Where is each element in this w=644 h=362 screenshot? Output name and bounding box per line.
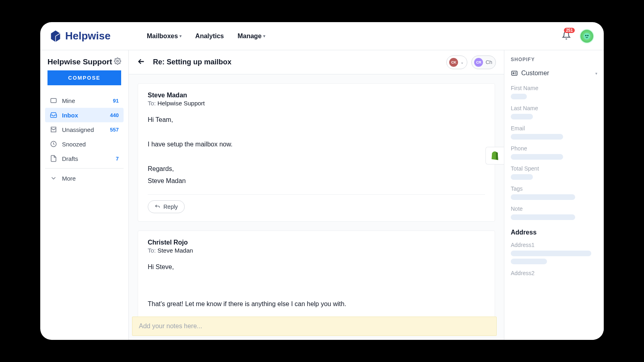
- sidebar-item-label: Unassigned: [62, 126, 94, 133]
- field-label-email: Email: [511, 125, 597, 132]
- topnav-items: Mailboxes ▾ Analytics Manage ▾: [147, 33, 265, 40]
- sidebar-item-count: 440: [110, 112, 119, 118]
- nav-analytics-label: Analytics: [195, 33, 224, 40]
- field-label-address2: Address2: [511, 270, 597, 276]
- to-value: Helpwise Support: [157, 100, 205, 107]
- message-from: Steve Madan: [148, 92, 485, 99]
- to-label: To:: [148, 247, 156, 254]
- sidebar-item-drafts[interactable]: Drafts 7: [45, 151, 124, 166]
- sidebar-item-unassigned[interactable]: Unassigned 557: [45, 122, 124, 137]
- field-skeleton: [511, 251, 591, 256]
- assignees: CK ⌄ CR Ch: [446, 56, 496, 69]
- back-button[interactable]: [137, 57, 146, 68]
- to-label: To:: [148, 100, 156, 107]
- avatar[interactable]: [580, 29, 594, 43]
- chevron-down-icon: ▾: [180, 34, 182, 38]
- message-card: Christel Rojo To: Steve Madan Hi Steve, …: [138, 230, 495, 317]
- chevron-down-icon: ⌄: [460, 60, 464, 64]
- nav-manage-label: Manage: [237, 33, 262, 40]
- notifications-button[interactable]: 251: [562, 31, 571, 41]
- svg-point-1: [585, 35, 586, 36]
- message-to: To: Steve Madan: [148, 247, 485, 254]
- notes-input[interactable]: Add your notes here...: [132, 317, 497, 336]
- shopify-panel: SHOPIFY Customer ▾ First Name Last Name …: [504, 50, 604, 340]
- notes-placeholder: Add your notes here...: [139, 323, 202, 329]
- field-label-total-spent: Total Spent: [511, 165, 597, 172]
- sidebar-item-label: Snoozed: [62, 141, 86, 148]
- field-skeleton: [511, 214, 575, 220]
- field-label-first-name: First Name: [511, 85, 597, 91]
- thread-column: Re: Setting up mailbox CK ⌄ CR Ch Steve …: [129, 50, 504, 340]
- reply-button[interactable]: Reply: [148, 200, 185, 213]
- assignee-name-partial: Ch: [485, 59, 492, 65]
- reply-label: Reply: [163, 204, 178, 210]
- sidebar-item-snoozed[interactable]: Snoozed: [45, 137, 124, 151]
- thread-body: Steve Madan To: Helpwise Support Hi Team…: [129, 74, 504, 317]
- sidebar-item-label: Drafts: [62, 155, 78, 162]
- sidebar-item-label: Mine: [62, 97, 75, 104]
- field-label-address1: Address1: [511, 242, 597, 248]
- body-row: Helpwise Support Compose Mine 91 Inbox 4…: [40, 50, 604, 340]
- sidebar-divider: [45, 168, 124, 169]
- address-heading: Address: [511, 229, 597, 236]
- field-skeleton: [511, 114, 533, 119]
- sidebar-item-inbox[interactable]: Inbox 440: [45, 108, 124, 122]
- thread-subject: Re: Setting up mailbox: [153, 58, 231, 66]
- message-from: Christel Rojo: [148, 239, 485, 246]
- sidebar-item-count: 557: [110, 127, 119, 133]
- field-label-phone: Phone: [511, 145, 597, 152]
- svg-point-2: [587, 35, 588, 36]
- svg-point-0: [584, 33, 590, 39]
- thread-header: Re: Setting up mailbox CK ⌄ CR Ch: [129, 50, 504, 74]
- nav-analytics[interactable]: Analytics: [195, 33, 224, 40]
- sidebar: Helpwise Support Compose Mine 91 Inbox 4…: [40, 50, 129, 340]
- field-skeleton: [511, 194, 575, 200]
- field-skeleton: [511, 154, 563, 160]
- field-skeleton: [511, 259, 547, 264]
- chevron-down-icon: ▾: [595, 71, 597, 76]
- sidebar-header: Helpwise Support: [45, 58, 124, 70]
- shopify-float-icon[interactable]: [485, 147, 504, 165]
- assignee-initials: CK: [449, 58, 458, 67]
- nav-mailboxes[interactable]: Mailboxes ▾: [147, 33, 182, 40]
- nav-manage[interactable]: Manage ▾: [237, 33, 265, 40]
- svg-point-3: [117, 60, 119, 62]
- top-nav: Helpwise Mailboxes ▾ Analytics Manage ▾ …: [40, 22, 604, 50]
- field-label-note: Note: [511, 206, 597, 212]
- sidebar-item-label: Inbox: [62, 112, 78, 119]
- logo[interactable]: Helpwise: [48, 29, 111, 43]
- field-skeleton: [511, 94, 527, 99]
- svg-rect-4: [51, 99, 56, 103]
- sidebar-item-label: More: [62, 175, 76, 182]
- assignee-initials: CR: [474, 58, 483, 67]
- field-skeleton: [511, 134, 563, 140]
- panel-section-label: Customer: [521, 70, 549, 77]
- panel-section-customer[interactable]: Customer ▾: [511, 70, 597, 77]
- message-body: Hi Team, I have setup the mailbox now. R…: [148, 114, 485, 195]
- sidebar-item-more[interactable]: More: [45, 171, 124, 185]
- logo-text: Helpwise: [65, 30, 111, 42]
- field-skeleton: [511, 174, 533, 180]
- app-window: Helpwise Mailboxes ▾ Analytics Manage ▾ …: [40, 22, 604, 340]
- message-to: To: Helpwise Support: [148, 100, 485, 107]
- panel-title: SHOPIFY: [511, 57, 597, 62]
- field-label-tags: Tags: [511, 185, 597, 192]
- sidebar-item-count: 7: [116, 156, 119, 162]
- compose-button[interactable]: Compose: [47, 70, 121, 85]
- field-label-last-name: Last Name: [511, 105, 597, 111]
- sidebar-title: Helpwise Support: [47, 58, 112, 66]
- message-body: Hi Steve, That's great! Let me know if t…: [148, 261, 485, 310]
- assignee-pill[interactable]: CR Ch: [471, 56, 496, 69]
- to-value: Steve Madan: [157, 247, 193, 254]
- notification-badge: 251: [564, 28, 575, 33]
- sidebar-item-count: 91: [113, 98, 119, 104]
- sidebar-item-mine[interactable]: Mine 91: [45, 93, 124, 108]
- gear-icon[interactable]: [114, 58, 121, 66]
- message-card: Steve Madan To: Helpwise Support Hi Team…: [138, 83, 495, 222]
- assignee-pill[interactable]: CK ⌄: [446, 56, 467, 69]
- topnav-right: 251: [562, 29, 594, 43]
- chevron-down-icon: ▾: [263, 34, 265, 38]
- sidebar-list: Mine 91 Inbox 440 Unassigned 557 Snoozed: [45, 93, 124, 185]
- svg-point-7: [513, 73, 514, 74]
- logo-icon: [48, 29, 63, 43]
